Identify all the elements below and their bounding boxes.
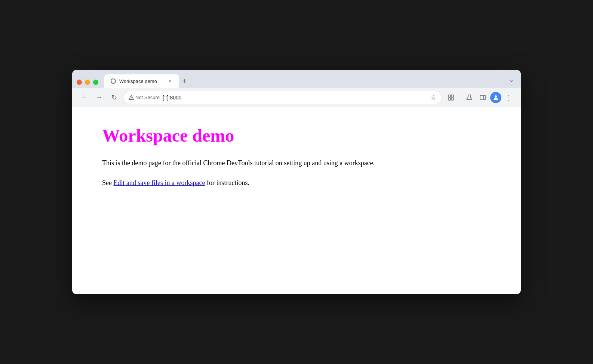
extensions-button[interactable] [445, 92, 457, 104]
toolbar-divider [460, 94, 460, 101]
tab-favicon [110, 78, 116, 84]
browser-window: Workspace demo × + ⌄ ← → ↻ Not Secure [72, 70, 521, 294]
more-icon: ⋮ [505, 93, 513, 102]
close-button[interactable] [77, 80, 82, 85]
toolbar-right: ⋮ [445, 92, 515, 104]
minimize-button[interactable] [85, 80, 90, 85]
bookmark-icon[interactable]: ☆ [430, 93, 436, 102]
puzzle-icon [448, 94, 454, 101]
sidebar-button[interactable] [477, 92, 489, 104]
person-icon [493, 95, 499, 101]
lab-icon [466, 94, 473, 101]
maximize-button[interactable] [93, 80, 98, 85]
svg-rect-4 [451, 98, 454, 100]
new-tab-button[interactable]: + [179, 76, 190, 86]
page-content: Workspace demo This is the demo page for… [72, 107, 521, 294]
security-label: Not Secure [135, 95, 160, 100]
svg-point-8 [495, 95, 497, 98]
tab-close-button[interactable]: × [166, 78, 173, 84]
paragraph-2: See Edit and save files in a workspace f… [102, 178, 491, 188]
svg-point-0 [131, 98, 131, 99]
svg-rect-2 [451, 95, 454, 97]
paragraph-2-after: for instructions. [205, 179, 249, 186]
svg-rect-3 [448, 98, 451, 100]
tab-list-area: ⌄ [506, 74, 516, 85]
address-actions: ☆ [430, 93, 436, 102]
sidebar-icon [479, 94, 486, 101]
page-body: This is the demo page for the official C… [102, 158, 491, 188]
svg-rect-6 [480, 95, 485, 100]
paragraph-1: This is the demo page for the official C… [102, 158, 491, 169]
profile-button[interactable] [490, 92, 501, 103]
address-bar[interactable]: Not Secure [::]:8000 ☆ [123, 91, 442, 104]
lab-button[interactable] [463, 92, 475, 104]
more-button[interactable]: ⋮ [503, 92, 515, 104]
paragraph-2-before: See [102, 179, 114, 186]
warning-icon [129, 95, 134, 100]
security-indicator: Not Secure [129, 95, 160, 100]
tab-list-button[interactable]: ⌄ [506, 74, 516, 85]
reload-button[interactable]: ↻ [108, 92, 120, 104]
back-button[interactable]: ← [78, 92, 90, 104]
forward-button[interactable]: → [93, 92, 105, 104]
active-tab[interactable]: Workspace demo × [104, 74, 179, 88]
tab-bar: Workspace demo × + ⌄ [72, 70, 521, 88]
traffic-lights [77, 80, 98, 85]
url-display: [::]:8000 [163, 95, 182, 101]
workspace-link[interactable]: Edit and save files in a workspace [114, 179, 205, 186]
tab-title: Workspace demo [119, 78, 163, 84]
globe-icon [111, 78, 116, 84]
page-heading: Workspace demo [102, 125, 491, 146]
svg-rect-1 [448, 95, 451, 97]
toolbar: ← → ↻ Not Secure [::]:8000 ☆ [72, 88, 521, 107]
